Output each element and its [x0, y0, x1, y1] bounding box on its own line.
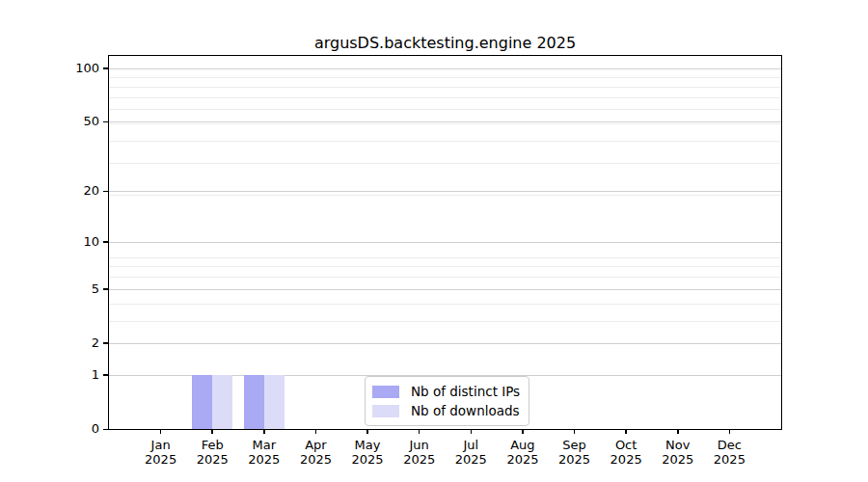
grid-major-line	[109, 121, 781, 122]
legend-entry-label: Nb of downloads	[411, 401, 520, 420]
month-label: Aug	[496, 438, 550, 452]
month-label: Jul	[444, 438, 498, 452]
x-axis-tick	[729, 429, 731, 434]
year-label: 2025	[599, 452, 653, 467]
legend-entry: Nb of distinct IPs	[372, 382, 520, 401]
x-axis-tick-label: Aug2025	[496, 438, 550, 467]
x-axis-tick	[366, 429, 368, 434]
grid-major-line	[109, 68, 781, 69]
year-label: 2025	[288, 452, 342, 467]
y-axis-tick	[103, 121, 109, 123]
y-axis-tick	[103, 67, 109, 69]
x-axis-tick-label: Dec2025	[702, 438, 756, 467]
y-axis-tick-label: 10	[49, 233, 99, 251]
x-axis-tick-label: Sep2025	[548, 438, 602, 467]
x-axis-tick	[677, 429, 679, 434]
month-label: Nov	[651, 438, 705, 452]
month-label: Oct	[599, 438, 653, 452]
x-axis-tick-label: Oct2025	[599, 438, 653, 467]
grid-minor-line	[109, 77, 781, 78]
y-axis-tick	[103, 191, 109, 193]
year-label: 2025	[237, 452, 291, 467]
x-axis-tick-label: May2025	[340, 438, 394, 467]
figure: argusDS.backtesting.engine 2025 Nb of di…	[0, 0, 868, 482]
y-axis-tick-label: 0	[49, 420, 99, 438]
month-label: Apr	[288, 438, 342, 452]
x-axis-tick-label: Jun2025	[393, 438, 447, 467]
y-axis-tick	[103, 241, 109, 243]
x-axis-tick	[315, 429, 317, 434]
y-axis-tick-label: 50	[49, 113, 99, 130]
month-label: Dec	[702, 438, 756, 452]
grid-minor-line	[109, 163, 781, 164]
y-axis-tick-label: 20	[49, 182, 99, 200]
year-label: 2025	[496, 452, 550, 467]
grid-minor-line	[109, 109, 781, 110]
y-axis-tick	[103, 288, 109, 290]
bar-distinct-ips	[192, 375, 212, 429]
grid-minor-line	[109, 304, 781, 305]
x-axis-tick-label: Jan2025	[134, 438, 188, 467]
year-label: 2025	[134, 452, 188, 467]
month-label: May	[340, 438, 394, 452]
grid-minor-line	[109, 195, 781, 196]
y-axis-tick-label: 2	[49, 335, 99, 352]
year-label: 2025	[651, 452, 705, 467]
chart-title: argusDS.backtesting.engine 2025	[109, 34, 781, 52]
year-label: 2025	[444, 452, 498, 467]
grid-minor-line	[109, 87, 781, 88]
legend-entry: Nb of downloads	[372, 401, 520, 420]
grid-minor-line	[109, 141, 781, 142]
y-axis-tick	[103, 374, 109, 376]
grid-major-line	[109, 242, 781, 243]
grid-minor-line	[109, 277, 781, 278]
x-axis-tick	[263, 429, 265, 434]
bar-downloads	[212, 375, 232, 429]
y-axis-tick	[103, 429, 109, 431]
month-label: Feb	[185, 438, 239, 452]
year-label: 2025	[340, 452, 394, 467]
x-axis-tick	[625, 429, 627, 434]
month-label: Jan	[134, 438, 188, 452]
year-label: 2025	[702, 452, 756, 467]
grid-minor-line	[109, 97, 781, 98]
x-axis-tick-label: Jul2025	[444, 438, 498, 467]
year-label: 2025	[185, 452, 239, 467]
x-axis-tick-label: Mar2025	[237, 438, 291, 467]
x-axis-tick	[471, 429, 473, 434]
x-axis-tick-label: Feb2025	[185, 438, 239, 467]
x-axis-tick	[211, 429, 213, 434]
month-label: Mar	[237, 438, 291, 452]
y-axis-tick	[103, 342, 109, 344]
grid-minor-line	[109, 321, 781, 322]
y-axis-tick-label: 5	[49, 281, 99, 298]
year-label: 2025	[393, 452, 447, 467]
plot-area: Nb of distinct IPsNb of downloads 012510…	[109, 56, 781, 429]
grid-minor-line	[109, 266, 781, 267]
x-axis-tick	[419, 429, 420, 434]
x-axis-tick-label: Nov2025	[651, 438, 705, 467]
y-axis-tick-label: 100	[49, 60, 99, 77]
grid-minor-line	[109, 257, 781, 258]
month-label: Jun	[393, 438, 447, 452]
y-axis-tick-label: 1	[49, 366, 99, 384]
month-label: Sep	[548, 438, 602, 452]
x-axis-tick	[574, 429, 576, 434]
legend-swatch	[372, 386, 399, 398]
grid-minor-line	[109, 123, 781, 124]
x-axis-tick	[160, 429, 162, 434]
grid-major-line	[109, 343, 781, 344]
x-axis-tick	[522, 429, 524, 434]
legend-swatch	[372, 405, 399, 417]
x-axis-tick-label: Apr2025	[288, 438, 342, 467]
legend: Nb of distinct IPsNb of downloads	[365, 376, 529, 426]
legend-entry-label: Nb of distinct IPs	[411, 382, 520, 401]
bar-downloads	[264, 375, 285, 429]
bar-distinct-ips	[244, 375, 264, 429]
grid-major-line	[109, 289, 781, 290]
grid-major-line	[109, 191, 781, 192]
year-label: 2025	[548, 452, 602, 467]
